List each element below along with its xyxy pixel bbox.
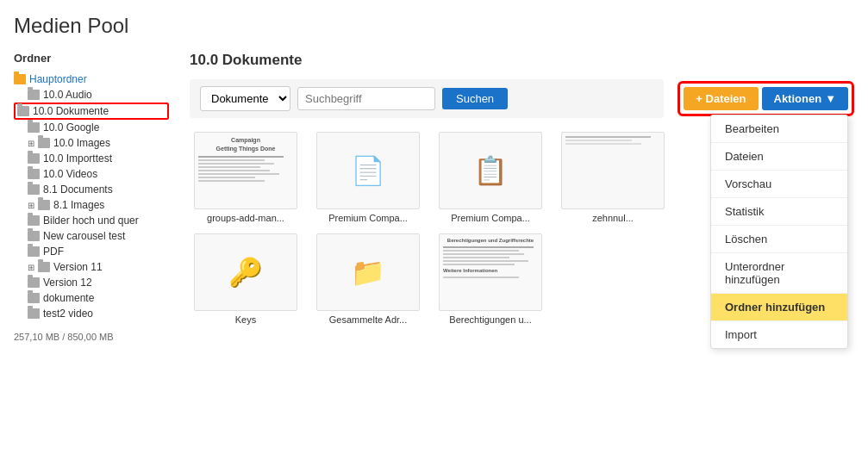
folder-icon [28,122,40,133]
sidebar-item-videos[interactable]: 10.0 Videos [14,166,169,182]
sidebar-item-label: 10.0 Audio [43,89,92,101]
expand-icon: ⊞ [28,263,34,272]
folder-icon [14,74,26,84]
expand-icon: ⊞ [28,139,34,148]
chevron-down-icon: ▼ [825,92,836,105]
folder-icon [28,153,40,164]
sidebar-item-label: dokumente [43,292,94,304]
file-name: Keys [235,314,256,325]
sidebar-item-bilder[interactable]: Bilder hoch und quer [14,213,169,228]
sidebar-item-link-root[interactable]: Hauptordner [29,73,87,85]
file-thumbnail: 📄 [316,132,420,209]
expand-icon: ⊞ [28,201,34,210]
sidebar-item-test2video[interactable]: test2 video [14,306,169,321]
sidebar-title: Ordner [14,52,169,65]
dropdown-item-import[interactable]: Import [711,321,847,348]
sidebar-item-label: 10.0 Dokumente [33,105,109,117]
actions-dropdown-menu: Bearbeiten Dateien Vorschau Statistik Lö… [710,115,848,349]
file-item[interactable]: 📄 Premium Compa... [312,132,424,223]
dropdown-item-bearbeiten[interactable]: Bearbeiten [711,115,847,143]
sidebar-item-label: New carousel test [43,230,125,242]
folder-tree: Hauptordner 10.0 Audio 10.0 Dokumente 10… [14,71,169,321]
sidebar-item-pdf[interactable]: PDF [14,244,169,259]
sidebar: Ordner Hauptordner 10.0 Audio 10.0 Dokum… [14,52,169,342]
file-thumbnail: 📋 [439,132,542,209]
file-name: groups-add-man... [207,213,284,223]
dropdown-item-ordner-hinzufugen[interactable]: Ordner hinzufügen [711,294,847,321]
file-item[interactable]: 📋 Premium Compa... [434,132,546,223]
folder-icon [38,262,50,272]
file-name: Premium Compa... [451,213,530,223]
sidebar-item-label: 8.1 Documents [43,183,113,196]
sidebar-item-label: 8.1 Images [53,199,104,211]
action-panel-top: + Dateien Aktionen ▼ Bearbeiten Dateien … [684,87,848,110]
page-title: Medien Pool [14,14,854,38]
sidebar-item-root[interactable]: Hauptordner [14,71,169,87]
file-name: Berechtigungen u... [449,314,531,325]
toolbar: Dokumente Suchen + Dateien Aktionen ▼ [190,79,854,118]
search-filter-select[interactable]: Dokumente [200,86,290,111]
files-button[interactable]: + Dateien [684,87,758,110]
dropdown-item-statistik[interactable]: Statistik [711,198,847,226]
file-item[interactable]: 🔑 Keys [190,233,302,325]
file-thumbnail: CampaignGetting Things Done [194,132,297,209]
sidebar-item-audio[interactable]: 10.0 Audio [14,87,169,103]
sidebar-item-images[interactable]: ⊞ 10.0 Images [14,135,169,151]
folder-icon [28,215,40,226]
file-thumbnail: 🔑 [194,233,297,311]
file-thumbnail: Berechtigungen und Zugriffsrechte Weiter… [439,233,542,311]
storage-info: 257,10 MB / 850,00 MB [14,332,169,342]
search-button[interactable]: Suchen [442,88,508,109]
file-name: Premium Compa... [328,213,408,223]
main-content: 10.0 Dokumente Dokumente Suchen + Dateie… [190,52,854,342]
sidebar-item-v11[interactable]: ⊞ Version 11 [14,259,169,275]
file-name: Gesammelte Adr... [329,314,407,325]
dropdown-item-vorschau[interactable]: Vorschau [711,171,847,198]
sidebar-item-label: test2 video [43,308,93,320]
sidebar-item-dokumente[interactable]: 10.0 Dokumente [14,103,169,120]
file-thumbnail: 📁 [316,233,420,311]
sidebar-item-v12[interactable]: Version 12 [14,275,169,290]
sidebar-item-81docs[interactable]: 8.1 Documents [14,182,169,197]
sidebar-item-google[interactable]: 10.0 Google [14,120,169,135]
action-panel: + Dateien Aktionen ▼ Bearbeiten Dateien … [678,81,854,116]
sidebar-item-label: PDF [43,246,64,258]
file-name: zehnnul... [592,213,634,223]
sidebar-item-label: 10.0 Images [53,137,110,149]
sidebar-item-carousel[interactable]: New carousel test [14,228,169,244]
folder-icon [28,246,40,257]
sidebar-item-label: Version 11 [53,261,103,273]
sidebar-item-label: Bilder hoch und quer [43,214,139,227]
file-item[interactable]: zehnnul... [557,132,669,223]
actions-dropdown-wrapper: Aktionen ▼ Bearbeiten Dateien Vorschau S… [762,87,849,110]
folder-icon [28,308,40,319]
file-item[interactable]: 📁 Gesammelte Adr... [312,233,424,325]
actions-button[interactable]: Aktionen ▼ [762,87,849,110]
dropdown-item-dateien[interactable]: Dateien [711,143,847,171]
sidebar-item-label: 10.0 Google [43,121,99,134]
sidebar-item-dokumente2[interactable]: dokumente [14,290,169,306]
dropdown-item-loschen[interactable]: Löschen [711,226,847,253]
sidebar-item-label: 10.0 Importtest [43,152,112,165]
folder-icon [38,200,50,210]
folder-icon [17,106,29,116]
sidebar-item-importtest[interactable]: 10.0 Importtest [14,151,169,166]
main-folder-title: 10.0 Dokumente [190,52,854,69]
file-item[interactable]: Berechtigungen und Zugriffsrechte Weiter… [434,233,546,325]
folder-icon [28,169,40,179]
file-item[interactable]: CampaignGetting Things Done groups-add-m… [190,132,302,223]
sidebar-item-label: 10.0 Videos [43,168,97,180]
folder-icon [38,138,50,148]
folder-icon [28,184,40,195]
sidebar-item-label: Version 12 [43,277,92,289]
sidebar-item-81images[interactable]: ⊞ 8.1 Images [14,197,169,213]
actions-button-label: Aktionen [774,92,822,105]
folder-icon [28,277,40,288]
search-input[interactable] [297,87,435,110]
search-area: Dokumente Suchen [190,79,664,118]
file-thumbnail [561,132,665,209]
dropdown-item-unterordner[interactable]: Unterordner hinzufügen [711,253,847,294]
folder-icon [28,293,40,303]
folder-icon [28,231,40,241]
folder-icon [28,90,40,100]
